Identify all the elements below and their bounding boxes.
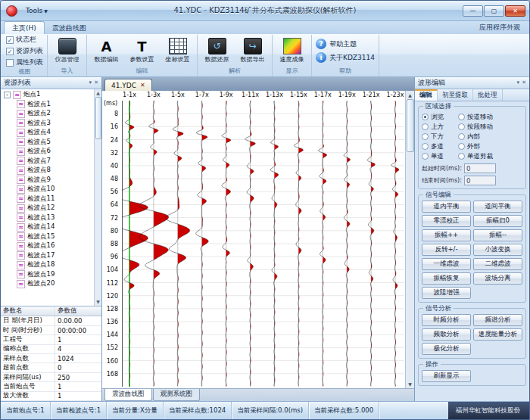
tree-item-检波点10[interactable]: ≈检波点10 (1, 185, 94, 194)
button-刷新显示[interactable]: 刷新显示 (422, 370, 471, 382)
tree-item-检波点16[interactable]: ≈检波点16 (1, 241, 94, 251)
param-row[interactable]: 采样点数1024 (1, 354, 101, 363)
scrollbar-thumb[interactable] (95, 97, 101, 139)
view-toggle-属性列表[interactable]: 属性列表 (6, 58, 43, 67)
param-row[interactable]: 工程号1 (1, 335, 101, 344)
ribbon-button-数据导出[interactable]: ↪数据导出 (235, 36, 270, 65)
ribbon-button-数据还原[interactable]: ↺数据还原 (200, 36, 234, 65)
field-input[interactable] (464, 163, 496, 173)
panel-close-icon[interactable]: ✕ (522, 79, 526, 86)
panel-close-icon[interactable]: ✕ (94, 79, 98, 86)
radio-单道剪裁[interactable]: 单道剪裁 (458, 151, 522, 161)
tree-item-检波点5[interactable]: ≈检波点5 (1, 138, 94, 148)
button-振幅++[interactable]: 振幅++ (422, 229, 471, 241)
panel-menu-icon[interactable]: ▾ (517, 79, 520, 86)
field-input[interactable] (464, 176, 496, 185)
param-row[interactable]: 编称点数4 (1, 345, 101, 354)
view-tab-震波曲线图[interactable]: 震波曲线图 (104, 389, 152, 401)
tree-item-检波点17[interactable]: ≈检波点17 (1, 251, 94, 261)
view-toggle-资源列表[interactable]: ✓资源列表 (6, 46, 43, 56)
tree-item-检波点13[interactable]: ≈检波点13 (1, 213, 94, 223)
tree-item-检波点15[interactable]: ≈检波点15 (1, 232, 94, 242)
tree-item-检波点2[interactable]: ≈检波点2 (1, 109, 94, 119)
tree-item-检波点4[interactable]: ≈检波点4 (1, 128, 94, 138)
wave-tab-批处理[interactable]: 批处理 (473, 89, 503, 101)
button-一维虑波[interactable]: 一维虑波 (422, 258, 471, 270)
tools-menu[interactable]: Tools ▼ (21, 5, 52, 16)
param-row[interactable]: 采样间隔(us)250 (1, 373, 101, 382)
tab-close-icon[interactable]: ✕ (140, 82, 145, 89)
scroll-up-icon[interactable]: ▲ (408, 91, 412, 99)
button-振幅归0[interactable]: 振幅归0 (473, 215, 522, 227)
document-tab[interactable]: 41.YDC ✕ (104, 79, 152, 91)
tree-item-检波点19[interactable]: ≈检波点19 (1, 270, 94, 280)
button-零漂校正[interactable]: 零漂校正 (422, 215, 471, 227)
maximize-button[interactable]: ▢ (484, 5, 504, 17)
button-速度能量分析[interactable]: 速度能量分析 (473, 328, 522, 341)
tree-collapse-icon[interactable]: - (4, 92, 11, 98)
button-振幅恢复[interactable]: 振幅恢复 (422, 272, 471, 285)
ribbon-item-关于KDZ3114[interactable]: i关于KDZ3114 (316, 52, 375, 63)
button-反转+/-[interactable]: 反转+/- (422, 244, 471, 256)
scroll-down-icon[interactable]: ▼ (408, 380, 412, 388)
param-row[interactable]: 放大倍数1 (1, 392, 101, 401)
button-道内平衡[interactable]: 道内平衡 (422, 201, 471, 213)
ribbon-item-帮助主题[interactable]: ?帮助主题 (316, 39, 357, 49)
waveform-plot[interactable] (122, 101, 404, 387)
tree-item-检波点14[interactable]: ≈检波点14 (1, 222, 94, 232)
tree-item-检波点20[interactable]: ≈检波点20 (1, 279, 94, 289)
radio-内部[interactable]: 内部 (458, 132, 522, 142)
ribbon-tab-震波曲线图[interactable]: 震波曲线图 (45, 22, 94, 34)
tree-item-检波点3[interactable]: ≈检波点3 (1, 119, 94, 129)
scroll-up-icon[interactable]: ▲ (96, 89, 100, 97)
button-小波变换[interactable]: 小波变换 (473, 244, 522, 256)
button-二维虑波[interactable]: 二维虑波 (473, 258, 522, 270)
param-row[interactable]: 当前炮点号1 (1, 382, 101, 391)
wave-tab-编辑[interactable]: 编辑 (415, 89, 438, 101)
param-row[interactable]: 超前点数0 (1, 363, 101, 372)
param-row[interactable]: 日 期(年月日)0.00.00 (1, 316, 101, 325)
chart-scrollbar[interactable]: ▲ ▼ (405, 91, 414, 388)
minimize-button[interactable]: — (463, 5, 483, 17)
radio-多道[interactable]: 多道 (422, 142, 455, 151)
button-频散分析[interactable]: 频散分析 (422, 328, 471, 341)
button-波场分离[interactable]: 波场分离 (473, 272, 522, 285)
tree-item-检波点1[interactable]: ≈检波点1 (1, 100, 94, 110)
ribbon-tab-主页(H)[interactable]: 主页(H) (4, 21, 45, 34)
radio-下方[interactable]: 下方 (422, 132, 455, 142)
tree-item-检波点7[interactable]: ≈检波点7 (1, 157, 94, 166)
view-tab-观测系统图[interactable]: 观测系统图 (153, 389, 201, 401)
tree-item-检波点12[interactable]: ≈检波点12 (1, 204, 94, 213)
wave-tab-初至提取[interactable]: 初至提取 (438, 89, 473, 101)
scroll-down-icon[interactable]: ▼ (96, 298, 100, 306)
tree-item-检波点11[interactable]: ≈检波点11 (1, 194, 94, 204)
close-button[interactable]: ✕ (505, 5, 525, 17)
radio-浏览[interactable]: 浏览 (422, 112, 455, 122)
ribbon-button-坐标设置[interactable]: 坐标设置 (161, 36, 195, 65)
tree-item-检波点18[interactable]: ≈检波点18 (1, 260, 94, 270)
radio-单道[interactable]: 单道 (422, 151, 455, 161)
button-时频分析[interactable]: 时频分析 (422, 314, 471, 326)
button-极化分析[interactable]: 极化分析 (422, 343, 471, 355)
button-频谱分析[interactable]: 频谱分析 (473, 314, 522, 326)
tree-item-检波点9[interactable]: ≈检波点9 (1, 176, 94, 185)
ribbon-button-速度成像[interactable]: 速度成像 (275, 36, 309, 65)
tree-item-检波点8[interactable]: ≈检波点8 (1, 166, 94, 176)
radio-按道移动[interactable]: 按道移动 (458, 112, 522, 122)
appearance-menu[interactable]: 应用程序外观 (473, 21, 526, 34)
seismic-chart[interactable]: (ms) 1-1x1-3x1-5x1-7x1-9x1-11x1-13x1-15x… (102, 91, 405, 388)
app-logo-icon[interactable] (6, 5, 17, 17)
ribbon-button-参数设置[interactable]: T参数设置 (125, 36, 159, 65)
button-波阻增强[interactable]: 波阻增强 (422, 287, 471, 299)
view-toggle-状态栏[interactable]: ✓状态栏 (6, 35, 36, 45)
button-道间平衡[interactable]: 道间平衡 (473, 201, 522, 213)
ribbon-button-数据编辑[interactable]: A数据编辑 (89, 36, 123, 65)
button-振幅--[interactable]: 振幅-- (473, 229, 522, 241)
radio-按段移动[interactable]: 按段移动 (458, 122, 522, 132)
radio-上方[interactable]: 上方 (422, 122, 455, 132)
ribbon-button-仪器管理[interactable]: 仪器管理 (50, 36, 84, 65)
tree-root-shot-point[interactable]: -≈炮点1 (1, 90, 94, 100)
tree-item-检波点6[interactable]: ≈检波点6 (1, 147, 94, 157)
scrollbar-thumb[interactable] (407, 99, 414, 152)
tree-scrollbar[interactable]: ▲ ▼ (94, 89, 101, 306)
